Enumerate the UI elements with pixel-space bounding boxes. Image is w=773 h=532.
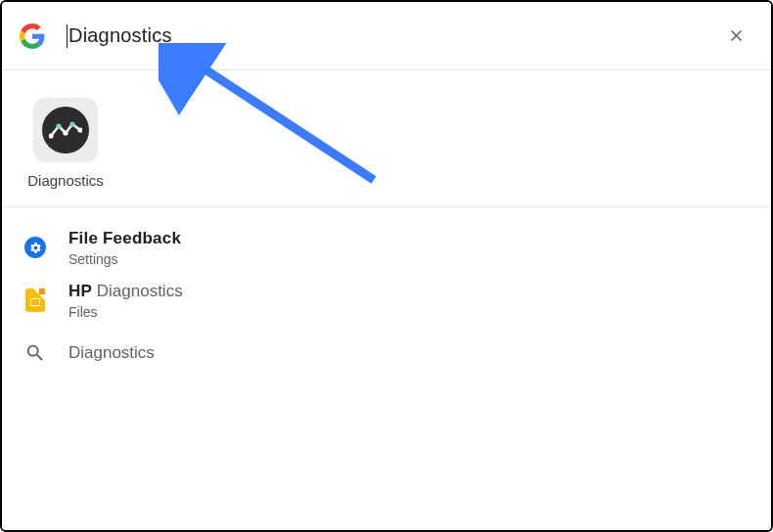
result-subtitle: Settings bbox=[68, 250, 181, 268]
search-input[interactable]: Diagnostics bbox=[67, 22, 722, 51]
result-hp-diagnostics[interactable]: HP Diagnostics Files bbox=[2, 274, 771, 327]
slides-file-icon bbox=[23, 288, 47, 312]
suggestion-text: Diagnostics bbox=[68, 342, 155, 364]
text-caret bbox=[67, 24, 68, 48]
search-results-list: File Feedback Settings HP Diagnostics Fi… bbox=[2, 207, 771, 379]
search-query-text: Diagnostics bbox=[68, 24, 172, 47]
clear-search-button[interactable] bbox=[722, 22, 750, 50]
result-title: HP bbox=[68, 282, 92, 300]
google-logo-icon bbox=[20, 23, 45, 49]
result-search-suggestion[interactable]: Diagnostics bbox=[2, 327, 771, 379]
app-results-row: Diagnostics bbox=[2, 70, 771, 207]
diagnostics-app-icon bbox=[33, 98, 98, 162]
search-icon bbox=[23, 341, 47, 365]
result-subtitle: Files bbox=[68, 303, 183, 321]
svg-point-2 bbox=[63, 130, 68, 135]
svg-point-3 bbox=[69, 121, 74, 126]
close-icon bbox=[727, 26, 746, 45]
result-file-feedback[interactable]: File Feedback Settings bbox=[2, 221, 771, 274]
result-title: File Feedback bbox=[68, 229, 181, 247]
settings-gear-icon bbox=[23, 236, 47, 259]
app-tile-diagnostics[interactable]: Diagnostics bbox=[23, 98, 108, 189]
chart-line-icon bbox=[49, 120, 82, 140]
svg-point-1 bbox=[56, 123, 61, 128]
search-bar: Diagnostics bbox=[2, 2, 771, 70]
app-tile-label: Diagnostics bbox=[27, 172, 104, 189]
